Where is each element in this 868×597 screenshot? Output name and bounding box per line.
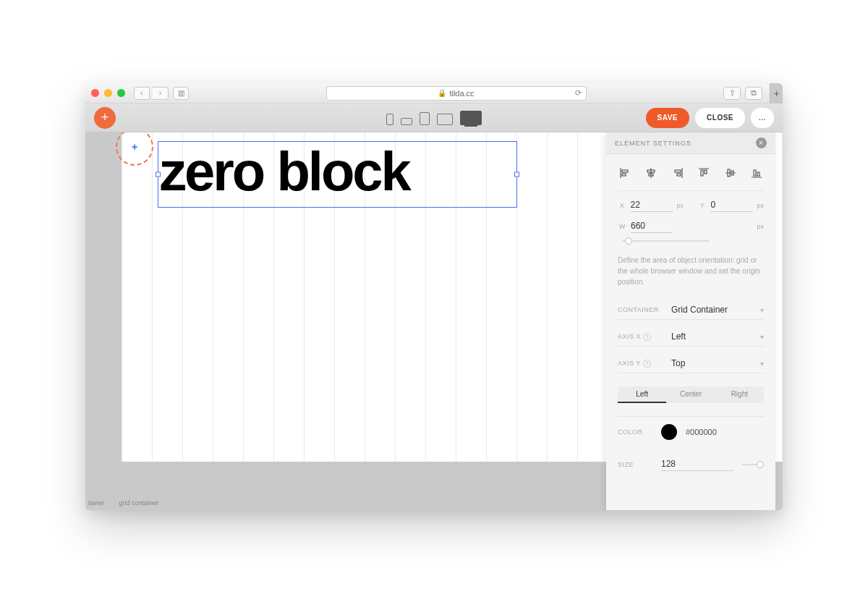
align-bottom-icon[interactable] — [749, 166, 764, 180]
save-button[interactable]: SAVE — [646, 108, 690, 128]
close-icon: × — [759, 139, 764, 147]
window-controls — [91, 89, 125, 97]
svg-rect-8 — [677, 174, 681, 176]
tabs-button[interactable]: ⧉ — [745, 87, 762, 100]
align-right-icon[interactable] — [671, 166, 685, 180]
svg-rect-10 — [701, 170, 703, 176]
sidebar-icon: ▥ — [178, 89, 184, 97]
orientation-help-text: Define the area of object orientation: g… — [618, 249, 764, 293]
svg-rect-16 — [754, 170, 756, 176]
plus-icon: + — [101, 110, 109, 125]
ellipsis-icon: ... — [759, 114, 766, 122]
axis-y-select-row[interactable]: AXIS Y? Top ▾ — [618, 354, 764, 373]
close-button[interactable]: CLOSE — [695, 108, 745, 128]
position-xy-row: X px Y px — [618, 198, 764, 212]
lock-icon: 🔒 — [438, 89, 446, 97]
back-button[interactable]: ‹ — [134, 87, 150, 100]
y-input[interactable] — [710, 198, 752, 212]
help-icon[interactable]: ? — [643, 360, 651, 368]
align-seg-center[interactable]: Center — [666, 386, 715, 403]
share-button[interactable]: ⇪ — [723, 87, 741, 100]
close-window-icon[interactable] — [91, 89, 99, 97]
device-tablet-landscape[interactable] — [437, 114, 453, 125]
align-center-h-icon[interactable] — [644, 166, 658, 180]
svg-rect-11 — [705, 170, 707, 174]
align-left-icon[interactable] — [618, 166, 632, 180]
x-input[interactable] — [631, 198, 673, 212]
y-label: Y — [698, 202, 707, 209]
svg-rect-7 — [675, 170, 681, 172]
share-icon: ⇪ — [729, 88, 736, 98]
size-input[interactable] — [661, 457, 733, 471]
container-value: Grid Container — [671, 305, 756, 315]
viewport-switcher — [386, 111, 482, 125]
axis-x-select-row[interactable]: AXIS X? Left ▾ — [618, 327, 764, 347]
chevron-down-icon: ▾ — [760, 360, 764, 368]
footer-label-grid-container: grid container — [119, 499, 159, 507]
device-tablet-portrait[interactable] — [420, 112, 430, 125]
text-element[interactable]: zero block — [159, 143, 409, 200]
address-bar[interactable]: 🔒 tilda.cc ⟳ — [326, 86, 587, 101]
origin-plus-icon: + — [132, 141, 137, 153]
width-slider[interactable] — [622, 240, 709, 242]
size-slider[interactable] — [742, 464, 764, 465]
chevron-down-icon: ▾ — [760, 333, 764, 341]
forward-button[interactable]: › — [153, 87, 169, 100]
chevron-left-icon: ‹ — [140, 89, 142, 97]
text-align-segment: Left Center Right — [618, 386, 764, 403]
w-input[interactable] — [631, 219, 673, 233]
reload-icon[interactable]: ⟳ — [575, 88, 582, 98]
w-unit: px — [757, 223, 764, 230]
align-center-v-icon[interactable] — [723, 166, 738, 180]
chevron-down-icon: ▾ — [760, 306, 764, 314]
color-value: #000000 — [686, 428, 717, 436]
chevron-right-icon: › — [159, 89, 161, 97]
device-phone-landscape[interactable] — [401, 118, 412, 125]
url-text: tilda.cc — [449, 89, 474, 98]
panel-close-button[interactable]: × — [756, 137, 767, 148]
device-desktop[interactable] — [460, 111, 482, 125]
size-label: SIZE — [618, 461, 652, 468]
align-seg-right[interactable]: Right — [715, 386, 764, 403]
nav-buttons: ‹ › — [134, 87, 169, 100]
more-button[interactable]: ... — [751, 108, 774, 128]
resize-handle-right[interactable] — [514, 172, 519, 177]
new-tab-button[interactable]: + — [770, 83, 783, 103]
color-label: COLOR — [618, 428, 652, 436]
slider-knob[interactable] — [625, 237, 632, 245]
axis-y-label: AXIS Y? — [618, 360, 667, 368]
plus-icon: + — [773, 88, 779, 99]
size-row: SIZE — [618, 454, 764, 474]
save-label: SAVE — [658, 114, 678, 122]
width-row: W px — [618, 219, 764, 233]
x-label: X — [618, 202, 626, 209]
help-icon[interactable]: ? — [643, 333, 651, 341]
origin-indicator[interactable]: + — [116, 132, 153, 166]
svg-rect-2 — [622, 174, 626, 176]
element-settings-panel: ELEMENT SETTINGS × X px Y — [606, 132, 775, 510]
device-phone-portrait[interactable] — [386, 114, 393, 125]
svg-rect-1 — [622, 170, 628, 172]
x-unit: px — [677, 202, 684, 209]
slider-knob[interactable] — [757, 461, 764, 468]
sidebar-toggle-button[interactable]: ▥ — [173, 87, 189, 100]
maximize-window-icon[interactable] — [117, 89, 125, 97]
add-element-button[interactable]: + — [94, 107, 116, 129]
browser-titlebar: ‹ › ▥ 🔒 tilda.cc ⟳ ⇪ ⧉ + — [85, 83, 783, 103]
panel-title: ELEMENT SETTINGS — [615, 140, 692, 147]
panel-header: ELEMENT SETTINGS × — [606, 132, 775, 154]
minimize-window-icon[interactable] — [104, 89, 112, 97]
svg-rect-17 — [757, 172, 760, 176]
alignment-row — [618, 163, 764, 191]
align-seg-left[interactable]: Left — [618, 386, 666, 403]
container-select-row[interactable]: CONTAINER Grid Container ▾ — [618, 300, 764, 320]
footer-label-tainer: tainer — [88, 499, 105, 507]
color-row: COLOR #000000 — [618, 416, 764, 447]
align-top-icon[interactable] — [697, 166, 711, 180]
container-label: CONTAINER — [618, 306, 667, 313]
tabs-icon: ⧉ — [751, 88, 757, 98]
y-unit: px — [757, 202, 764, 209]
axis-x-value: Left — [671, 331, 756, 342]
browser-window: ‹ › ▥ 🔒 tilda.cc ⟳ ⇪ ⧉ + + SAVE CL — [85, 83, 783, 510]
color-swatch[interactable] — [661, 424, 677, 440]
